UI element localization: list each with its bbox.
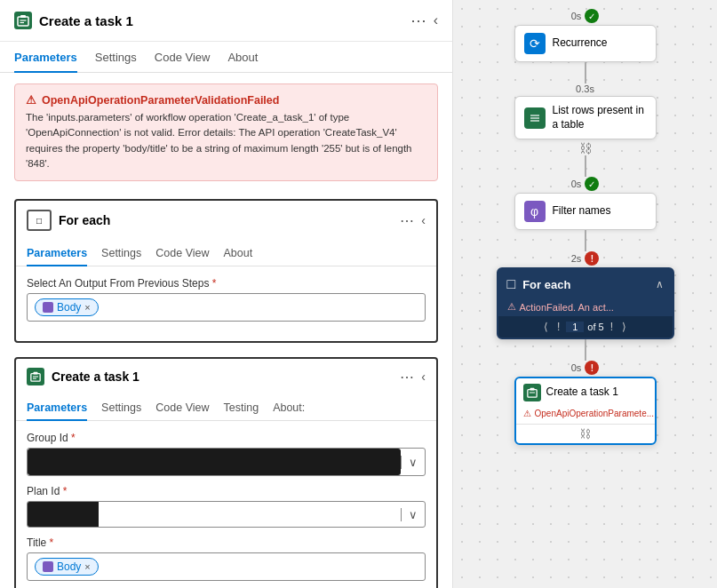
- create-task-tab-about[interactable]: About:: [273, 394, 305, 421]
- recurrence-time: 0s: [571, 11, 582, 21]
- foreach-tag-close[interactable]: ×: [84, 302, 90, 313]
- create-task-tab-parameters[interactable]: Parameters: [27, 394, 87, 421]
- create-task-header: Create a task 1 ⋯ ‹: [16, 359, 436, 394]
- title-required: *: [50, 536, 54, 549]
- foreach-timing: 2s !: [571, 251, 600, 266]
- foreach-node-header: □ For each ∧: [498, 269, 673, 299]
- foreach-body: Select An Output From Previous Steps * B…: [16, 266, 436, 341]
- foreach-tab-parameters[interactable]: Parameters: [27, 240, 87, 266]
- create-task-status: !: [585, 361, 599, 375]
- flow-container: 0s ✓ ⟳ Recurrence 0.3s: [497, 9, 674, 445]
- foreach-more-icon[interactable]: ⋯: [400, 212, 414, 229]
- recurrence-icon: ⟳: [524, 33, 546, 54]
- recurrence-wrapper: 0s ✓ ⟳ Recurrence: [514, 9, 657, 62]
- plan-id-label: Plan Id *: [27, 485, 426, 497]
- list-rows-node[interactable]: List rows present in a table: [514, 96, 657, 139]
- create-task-error-text: OpenApiOperationParamete...: [535, 409, 655, 418]
- filter-names-icon: φ: [524, 201, 546, 222]
- title-field: Title * Body ×: [27, 536, 426, 581]
- foreach-exclaim-right[interactable]: !: [608, 320, 616, 334]
- foreach-time: 2s: [571, 253, 582, 264]
- create-task-icon: [27, 368, 44, 385]
- foreach-required-star: *: [212, 277, 217, 290]
- foreach-warning-icon: ⚠: [507, 301, 516, 313]
- list-rows-wrapper: 0.3s List rows present in a table ⛓: [514, 83, 657, 155]
- main-tabs: Parameters Settings Code View About: [0, 42, 452, 73]
- title-tag-input[interactable]: Body ×: [27, 552, 426, 581]
- recurrence-node[interactable]: ⟳ Recurrence: [514, 25, 657, 62]
- create-task-link-row: ⛓: [516, 424, 655, 443]
- create-task-tab-testing[interactable]: Testing: [224, 394, 259, 421]
- connector-4: [585, 339, 586, 361]
- foreach-tag-value: Body: [57, 301, 81, 314]
- tab-code-view[interactable]: Code View: [155, 42, 211, 73]
- foreach-title: For each: [59, 213, 393, 227]
- foreach-collapse-icon[interactable]: ‹: [421, 213, 426, 227]
- foreach-body-tag[interactable]: Body ×: [35, 298, 99, 316]
- foreach-node-square-icon: □: [507, 276, 516, 292]
- create-task-error-icon: ⚠: [523, 409, 531, 418]
- foreach-page-input[interactable]: [566, 322, 584, 332]
- title-tag-close[interactable]: ×: [84, 561, 90, 572]
- main-task-icon: [14, 12, 32, 29]
- create-task-more-icon[interactable]: ⋯: [400, 369, 414, 385]
- foreach-last-btn[interactable]: ⟩: [619, 320, 629, 334]
- filter-names-time: 0s: [571, 179, 582, 189]
- create-task-collapse-icon[interactable]: ‹: [421, 369, 426, 384]
- create-task-body: Group Id * ∨ Plan Id * ∨: [16, 421, 436, 588]
- filter-names-status: ✓: [585, 177, 599, 191]
- tab-settings[interactable]: Settings: [95, 42, 137, 73]
- foreach-field-group: Select An Output From Previous Steps * B…: [27, 277, 426, 322]
- foreach-header: □ For each ⋯ ‹: [16, 201, 436, 240]
- create-task-tab-settings[interactable]: Settings: [101, 394, 141, 421]
- filter-names-node[interactable]: φ Filter names: [514, 193, 657, 230]
- create-task-time: 0s: [571, 362, 582, 373]
- create-task-timing: 0s !: [571, 361, 600, 375]
- connector-3: [585, 230, 586, 251]
- recurrence-status: ✓: [585, 9, 599, 23]
- svg-rect-12: [530, 388, 534, 391]
- connector-1: [585, 62, 586, 83]
- foreach-tab-about[interactable]: About: [224, 240, 253, 266]
- list-rows-link-icon: ⛓: [579, 141, 592, 155]
- group-id-field: Group Id * ∨: [27, 432, 426, 476]
- create-task-tab-code-view[interactable]: Code View: [155, 394, 209, 421]
- list-rows-label: List rows present in a table: [553, 104, 647, 131]
- foreach-section: □ For each ⋯ ‹ Parameters Settings Code …: [14, 199, 438, 343]
- foreach-tag-input[interactable]: Body ×: [27, 293, 426, 322]
- left-panel: Create a task 1 ⋯ ‹ Parameters Settings …: [0, 0, 453, 588]
- plan-id-redacted: [28, 502, 99, 527]
- tab-about[interactable]: About: [227, 42, 258, 73]
- foreach-of-label: of 5: [587, 322, 603, 332]
- create-task-tabs: Parameters Settings Code View Testing Ab…: [16, 394, 436, 421]
- foreach-tab-settings[interactable]: Settings: [101, 240, 141, 266]
- filter-names-wrapper: 0s ✓ φ Filter names: [514, 177, 657, 230]
- title-tag-icon: [43, 561, 53, 572]
- plan-id-dropdown-arrow[interactable]: ∨: [401, 508, 425, 521]
- connector-2: [585, 155, 586, 177]
- list-rows-icon: [524, 107, 546, 129]
- recurrence-label: Recurrence: [553, 36, 608, 51]
- foreach-chevron-icon[interactable]: ∧: [656, 278, 664, 290]
- error-title: ⚠ OpenApiOperationParameterValidationFai…: [26, 93, 426, 107]
- foreach-exclaim-left[interactable]: !: [554, 320, 562, 334]
- foreach-field-label: Select An Output From Previous Steps *: [27, 277, 426, 290]
- svg-rect-1: [20, 15, 26, 18]
- main-title: Create a task 1: [39, 13, 403, 28]
- foreach-first-btn[interactable]: ⟨: [541, 320, 551, 334]
- main-collapse-icon[interactable]: ‹: [434, 12, 438, 28]
- group-id-dropdown-arrow[interactable]: ∨: [401, 456, 425, 469]
- filter-names-timing: 0s ✓: [571, 177, 600, 191]
- foreach-tab-code-view[interactable]: Code View: [155, 240, 209, 266]
- list-rows-time: 0.3s: [576, 83, 594, 94]
- title-label: Title *: [27, 536, 426, 549]
- title-body-tag[interactable]: Body ×: [35, 558, 99, 576]
- create-task-flow-node[interactable]: Create a task 1 ⚠ OpenApiOperationParame…: [514, 377, 657, 445]
- foreach-flow-node[interactable]: □ For each ∧ ⚠ ActionFailed. An act... ⟨…: [497, 267, 674, 339]
- foreach-navigation: ⟨ ! of 5 ! ⟩: [498, 316, 673, 338]
- tab-parameters[interactable]: Parameters: [14, 42, 77, 73]
- group-id-input[interactable]: [28, 449, 401, 475]
- main-more-icon[interactable]: ⋯: [410, 11, 426, 30]
- error-banner: ⚠ OpenApiOperationParameterValidationFai…: [14, 83, 438, 181]
- warning-icon: ⚠: [26, 93, 36, 107]
